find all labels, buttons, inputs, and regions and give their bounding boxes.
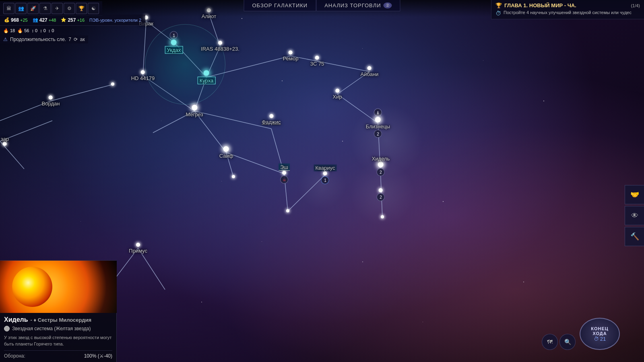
pop-delta: +48	[49, 18, 56, 23]
star-res-icon: ⭐	[61, 17, 66, 23]
star-remor[interactable]: Ремор	[283, 51, 299, 62]
timer-suffix: ак	[80, 37, 85, 42]
star-mid2[interactable]	[286, 209, 289, 213]
zoom-btn[interactable]: 🔍	[559, 334, 576, 350]
galaxy-overview-tab[interactable]: ОБЗОР ГАЛАКТИКИ	[244, 0, 316, 11]
mini-map-buttons: 🗺 🔍	[542, 334, 576, 350]
star-dot-ukdah	[171, 40, 177, 45]
hammer-btn[interactable]: 🔨	[625, 227, 644, 246]
star-dot-mid2	[286, 209, 289, 212]
star-label-3c75: 3С 75	[310, 61, 324, 67]
star-hd44179[interactable]: HD 44179	[131, 70, 155, 81]
defense-label: Оборона:	[4, 353, 25, 359]
star-label-primus: Примус	[129, 248, 147, 254]
resources-bar: 💰 968 +25 👥 427 +48 ⭐ 257 +16 ПЭВ-уровн.…	[0, 14, 145, 26]
settings-icon[interactable]: ⚙	[64, 3, 75, 14]
star-vordan[interactable]: Хир	[332, 89, 342, 100]
map-btn[interactable]: 🗺	[542, 334, 558, 350]
timer-label: Продолжительность сле.	[10, 37, 66, 42]
trophy-icon[interactable]: 🏆	[76, 3, 87, 14]
star-name-display: Хидель - ♦ Сестры Милосердия	[4, 316, 112, 323]
research-delta: +16	[77, 18, 85, 23]
pop-icon: 👥	[33, 17, 38, 23]
star-kvarius[interactable]: Квариус 1	[314, 165, 337, 185]
star-label-remor: Ремор	[283, 56, 299, 62]
chapter-progress: (1/4)	[631, 3, 640, 8]
arrow1-icon: ↕	[32, 28, 34, 33]
empire-btn[interactable]: 👁	[625, 206, 644, 225]
star-defense-row: Оборона: 100% (⚔-40)	[4, 350, 112, 359]
special-icon[interactable]: ☯	[88, 3, 99, 14]
star-label-kurkha: Курха	[198, 77, 216, 84]
chapter-description: ⏱ Постройте 4 научных улучшений звездной…	[495, 10, 640, 16]
fleet-icon[interactable]: 🚀	[27, 3, 39, 14]
trade-tab-label: АНАЛИЗ ТОРГОВЛИ	[324, 2, 381, 8]
star-3c75[interactable]: 3С 75	[310, 56, 324, 67]
star-dot-zar	[3, 142, 7, 146]
star-label-kvarius: Квариус	[314, 165, 337, 171]
colony-icon[interactable]: 🏛	[3, 3, 14, 14]
blue-fire-alert: 🔥 56	[17, 28, 29, 33]
chapter-title-text: ГЛАВА 1. НОВЫЙ МИР - ЧА.	[504, 2, 576, 8]
star-dot-mid3	[381, 215, 384, 218]
arrow1-value: 0	[35, 28, 37, 33]
star-megrez[interactable]: Мегрез	[186, 105, 203, 117]
star-kurkha[interactable]: Курха	[198, 70, 216, 84]
trade-tab-badge: ②	[384, 2, 392, 8]
ukdah-badge: 1	[170, 31, 178, 39]
star-info: Хидель - ♦ Сестры Милосердия Звездная си…	[0, 313, 116, 362]
star-label-saif: Саиф	[219, 153, 233, 159]
star-dot-vordan	[335, 89, 339, 93]
arrow2-icon: ↕	[40, 28, 42, 33]
star-hir[interactable]: Вордан	[42, 96, 60, 107]
pev-text: ПЭВ-уровн. ускорители 2	[89, 18, 141, 23]
timer-icon: ⟳	[74, 37, 78, 42]
star-mid4[interactable]	[111, 82, 114, 86]
arrow3-icon: ↕	[48, 28, 51, 33]
clock-icon: ⏱	[495, 10, 501, 16]
star-dot-megrez	[192, 105, 197, 111]
star-label-megrez: Мегрез	[186, 111, 203, 117]
trade-analysis-tab[interactable]: АНАЛИЗ ТОРГОВЛИ ②	[316, 0, 400, 11]
diplomacy-btn[interactable]: 🤝	[625, 185, 644, 204]
star-fadjis[interactable]: Фаджис	[262, 114, 281, 125]
star-image	[0, 261, 117, 313]
star-zar[interactable]: зар	[1, 136, 9, 147]
star-mid3[interactable]	[381, 215, 384, 219]
credits-icon: 💰	[4, 17, 10, 23]
alerts-bar: 🔥 18 🔥 56 ↕ 0 ↕ 0 ↕ 0	[0, 26, 57, 35]
arrow-alert-2: ↕ 0	[40, 28, 46, 33]
star-name-text: Хидель	[4, 316, 28, 323]
defense-value: 100% (⚔-40)	[84, 353, 112, 359]
star-ukdah[interactable]: 1 Укдах	[165, 31, 183, 54]
star-label-zar: зар	[1, 136, 9, 142]
bliznety-badge-i: ℹ	[374, 109, 382, 117]
esh-badge: ☠	[280, 176, 288, 184]
star-esh[interactable]: Эш ☠	[279, 164, 290, 184]
star-dot-3c75	[315, 56, 319, 60]
star-mid1[interactable]	[232, 175, 235, 179]
turn-clock-icon: ⏱	[594, 336, 599, 342]
population-icon[interactable]: 👥	[15, 3, 27, 14]
star-bliznety[interactable]: ℹ Близнецы 2	[366, 108, 390, 138]
star-description: У этих звезд с высокой степенью вероятно…	[4, 335, 112, 347]
star-saif[interactable]: Саиф	[219, 146, 233, 159]
star-label-ukdah: Укдах	[165, 46, 183, 54]
star-dot-saif	[223, 146, 229, 152]
trophy-icon: 🏆	[495, 2, 502, 8]
star-iras[interactable]: IRAS 48838+23.	[201, 41, 239, 52]
star-dot-hir	[49, 96, 53, 100]
star-suffix: - ♦ Сестры Милосердия	[31, 317, 91, 323]
star-type-row: Звездная система (Желтая звезда)	[4, 326, 112, 331]
star-label-hidel: Хидель	[372, 156, 390, 162]
star-hidel[interactable]: Хидель 2 2	[372, 156, 390, 202]
research-icon[interactable]: ⚗	[39, 3, 51, 14]
icons-bar: 🏛 👥 🚀 ⚗ ✈ ⚙ 🏆 ☯	[0, 1, 102, 16]
star-aibani[interactable]: Айбани	[361, 66, 379, 77]
end-turn-button[interactable]: КОНЕЦХОДА ⏱ 21	[580, 318, 620, 350]
research-resource: ⭐ 257 +16	[61, 17, 85, 23]
right-side-buttons: 🤝 👁 🔨	[625, 185, 644, 246]
star-primus[interactable]: Примус	[129, 243, 147, 254]
chapter-title: 🏆 ГЛАВА 1. НОВЫЙ МИР - ЧА.	[495, 2, 576, 8]
waypoint-icon[interactable]: ✈	[52, 3, 63, 14]
